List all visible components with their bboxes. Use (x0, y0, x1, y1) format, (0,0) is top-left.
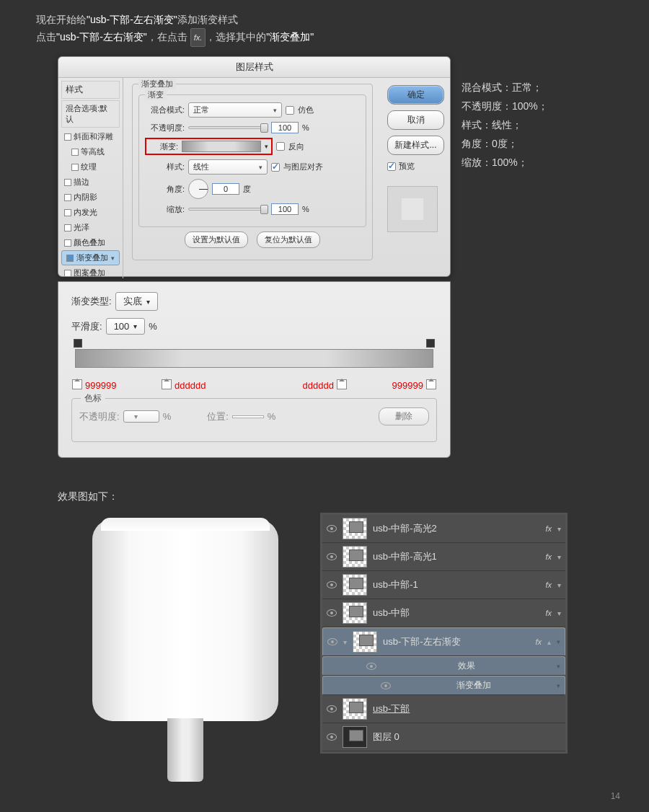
layer-thumb (343, 518, 367, 539)
layer-thumb (343, 546, 367, 568)
eye-icon[interactable] (327, 705, 337, 712)
opacity-label: 不透明度: (145, 123, 185, 133)
result-preview (92, 519, 286, 786)
style-pattern-overlay[interactable]: 图案叠加 (61, 265, 120, 281)
delete-stop-button[interactable]: 删除 (379, 407, 429, 425)
smoothness-label: 平滑度: (71, 320, 102, 333)
eye-icon[interactable] (366, 663, 376, 670)
layer-row[interactable]: 图层 0 (322, 723, 565, 751)
result-label: 效果图如下： (58, 490, 118, 503)
color-stop-3-hex: dddddd (303, 380, 334, 391)
preview-well (387, 186, 438, 232)
layer-row[interactable]: usb-中部-1fx▾ (322, 571, 565, 599)
angle-label: 角度: (145, 184, 185, 195)
align-checkbox[interactable] (271, 163, 280, 172)
opacity-slider[interactable] (188, 126, 268, 129)
style-inner-shadow[interactable]: 内阴影 (61, 190, 120, 205)
layer-effects-row[interactable]: 效果 (322, 656, 565, 676)
style-select[interactable]: 线性 (188, 159, 268, 175)
color-stop-1[interactable] (72, 379, 82, 389)
angle-input[interactable]: 0 (212, 183, 239, 195)
opacity-input[interactable]: 100 (271, 122, 299, 133)
blend-mode-label: 混合模式: (145, 105, 185, 115)
dither-checkbox[interactable] (286, 106, 294, 115)
ok-button[interactable]: 确定 (387, 85, 444, 105)
align-label: 与图层对齐 (283, 162, 323, 172)
layer-thumb (343, 574, 367, 596)
page-number: 14 (611, 791, 620, 801)
group-outer-label: 渐变叠加 (138, 79, 176, 89)
eye-icon[interactable] (327, 525, 337, 532)
blend-options-row[interactable]: 混合选项:默认 (61, 100, 120, 128)
layer-row[interactable]: usb-下部 (322, 695, 565, 723)
style-color-overlay[interactable]: 颜色叠加 (61, 235, 120, 250)
angle-dial[interactable] (188, 179, 208, 199)
stop-opacity-select[interactable] (123, 410, 159, 423)
new-style-button[interactable]: 新建样式... (387, 136, 444, 155)
color-stop-4-hex: 999999 (392, 380, 423, 391)
stop-position-label: 位置: (207, 410, 229, 423)
eye-icon[interactable] (327, 609, 337, 617)
layer-thumb (353, 631, 377, 653)
gradient-label: 渐变: (149, 141, 178, 152)
layer-effect-gradient[interactable]: 渐变叠加 (322, 676, 565, 695)
reset-default-button[interactable]: 复位为默认值 (257, 231, 320, 248)
stop-position-input[interactable] (232, 415, 264, 418)
dialog-title: 图层样式 (58, 57, 450, 78)
color-stop-4[interactable] (426, 379, 436, 389)
layer-thumb (343, 698, 367, 720)
group-inner-label: 渐变 (145, 89, 167, 100)
style-texture[interactable]: 纹理 (61, 159, 120, 175)
fx-badge: fx. (190, 28, 206, 47)
layer-row[interactable]: usb-中部fx▾ (322, 599, 565, 627)
eye-icon[interactable] (381, 682, 391, 689)
style-contour[interactable]: 等高线 (61, 144, 120, 159)
marker-legend: 色标 (81, 392, 105, 405)
color-stop-3[interactable] (337, 379, 347, 389)
instruction-text: 现在开始给"usb-下部-左右渐变"添加渐变样式 点击"usb-下部-左右渐变"… (0, 0, 649, 54)
layers-panel: usb-中部-高光2fx▾ usb-中部-高光1fx▾ usb-中部-1fx▾ … (319, 512, 568, 754)
color-stop-1-hex: 999999 (85, 380, 116, 391)
gradient-type-select[interactable]: 实底 (115, 292, 158, 311)
set-default-button[interactable]: 设置为默认值 (185, 231, 248, 248)
eye-icon[interactable] (327, 638, 337, 645)
settings-summary: 混合模式：正常； 不透明度：100%； 样式：线性； 角度：0度； 缩放：100… (462, 78, 548, 172)
reverse-label: 反向 (288, 141, 304, 152)
style-stroke[interactable]: 描边 (61, 175, 120, 190)
color-stop-2-hex: dddddd (175, 380, 206, 391)
blend-mode-select[interactable]: 正常 (188, 102, 282, 118)
reverse-checkbox[interactable] (276, 142, 285, 151)
layer-thumb (343, 602, 367, 624)
eye-icon[interactable] (327, 733, 337, 741)
style-inner-glow[interactable]: 内发光 (61, 205, 120, 220)
eye-icon[interactable] (327, 553, 337, 560)
eye-icon[interactable] (327, 581, 337, 588)
gradient-highlight-box: 渐变: ▾ (145, 138, 273, 155)
layer-style-dialog: 图层样式 样式 混合选项:默认 斜面和浮雕 等高线 纹理 描边 内阴影 内发光 … (58, 56, 451, 277)
opacity-stop-left[interactable] (74, 339, 82, 348)
stop-opacity-label: 不透明度: (79, 410, 120, 423)
styles-list: 样式 混合选项:默认 斜面和浮雕 等高线 纹理 描边 内阴影 内发光 光泽 颜色… (58, 78, 123, 278)
color-stop-2[interactable] (162, 379, 172, 389)
styles-header: 样式 (61, 81, 120, 99)
style-label: 样式: (145, 162, 185, 172)
preview-checkbox[interactable] (387, 162, 396, 171)
style-gradient-overlay[interactable]: 渐变叠加 (61, 250, 120, 265)
layer-row-selected[interactable]: ▾usb-下部-左右渐变fx▴ (322, 627, 565, 656)
gradient-type-label: 渐变类型: (71, 295, 112, 308)
scale-input[interactable]: 100 (271, 203, 299, 215)
opacity-stop-right[interactable] (426, 339, 435, 348)
style-bevel[interactable]: 斜面和浮雕 (61, 129, 120, 144)
cancel-button[interactable]: 取消 (387, 110, 444, 130)
layer-thumb (343, 726, 367, 748)
gradient-bar[interactable]: 999999 dddddd dddddd 999999 (75, 349, 433, 368)
layer-row[interactable]: usb-中部-高光1fx▾ (322, 543, 565, 571)
scale-label: 缩放: (145, 204, 185, 215)
layer-row[interactable]: usb-中部-高光2fx▾ (322, 515, 565, 543)
dither-label: 仿色 (298, 105, 314, 115)
preview-label: 预览 (399, 161, 415, 172)
gradient-preview[interactable] (182, 141, 261, 152)
style-satin[interactable]: 光泽 (61, 220, 120, 235)
smoothness-select[interactable]: 100 (106, 318, 146, 335)
scale-slider[interactable] (188, 208, 268, 211)
